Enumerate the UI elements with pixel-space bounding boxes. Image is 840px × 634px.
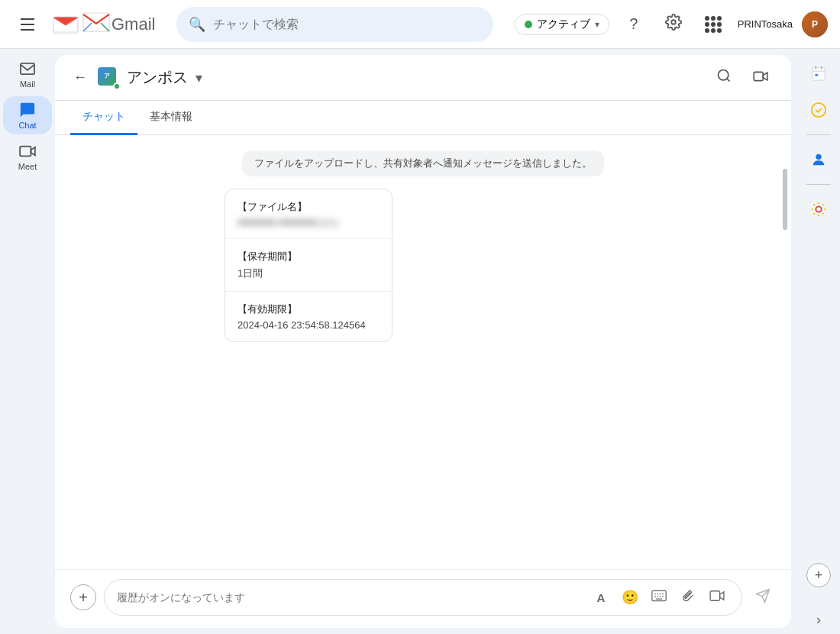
tasks-icon-btn[interactable] [803, 95, 834, 125]
apps-button[interactable] [698, 9, 729, 40]
svg-point-5 [719, 70, 729, 80]
expiry-section: 【有効期限】 2024-04-16 23:54:58.124564 [225, 292, 392, 341]
search-chat-button[interactable] [709, 63, 739, 93]
period-label: 【保存期間】 [237, 250, 380, 264]
chat-icon [18, 101, 37, 119]
keyboard-button[interactable] [647, 585, 671, 610]
input-area: + A 🙂 [55, 569, 791, 628]
contact-name: アンポス [127, 67, 188, 88]
period-value: 1日間 [237, 267, 380, 280]
tab-info[interactable]: 基本情報 [137, 101, 205, 135]
settings-button[interactable] [658, 9, 689, 40]
contact-chevron-icon[interactable]: ▾ [195, 70, 202, 86]
menu-button[interactable] [12, 9, 43, 40]
video-call-button[interactable] [745, 63, 776, 93]
contacts-icon-btn[interactable] [803, 144, 834, 175]
video-message-button[interactable] [705, 585, 729, 610]
sidebar-divider-2 [806, 184, 831, 185]
chat-header: ← ア アンポス ▾ [55, 55, 791, 101]
expiry-value: 2024-04-16 23:54:58.124564 [237, 319, 380, 331]
help-button[interactable]: ? [619, 9, 649, 40]
svg-point-12 [816, 154, 821, 160]
tabs: チャット 基本情報 [55, 101, 791, 135]
right-sidebar: + › [797, 49, 840, 634]
sidebar-chat-label: Chat [18, 121, 36, 130]
sidebar-meet-label: Meet [18, 162, 37, 171]
filename-section: 【ファイル名】 ■■■■■■■.■■■■■■■.jpeg [225, 189, 392, 239]
top-header: Gmail 🔍 アクティブ ▾ ? [0, 0, 840, 49]
m-logo [82, 12, 110, 36]
content-panel: ← ア アンポス ▾ [55, 55, 791, 628]
avatar[interactable]: P [802, 11, 828, 37]
keyboard-icon [651, 590, 667, 606]
expand-panel-button[interactable]: › [816, 612, 821, 628]
gear-icon [665, 14, 682, 34]
status-label: アクティブ [537, 18, 590, 31]
text-format-icon: A [597, 591, 606, 604]
main-area: Mail Chat Meet ← [0, 49, 840, 634]
message-input-box: A 🙂 [104, 579, 742, 616]
video-icon [753, 69, 768, 86]
status-badge[interactable]: アクティブ ▾ [515, 14, 609, 35]
video-msg-icon [709, 590, 725, 606]
account-label: PRINTosaka [738, 18, 793, 30]
svg-rect-10 [815, 74, 818, 76]
scrollbar-thumb[interactable] [783, 169, 787, 230]
send-icon [755, 588, 771, 607]
svg-point-13 [816, 206, 821, 212]
contact-logo-img: ア [98, 67, 116, 86]
back-button[interactable]: ← [70, 66, 90, 89]
gmail-text: Gmail [111, 15, 155, 34]
svg-point-11 [812, 103, 825, 117]
contact-online-dot [113, 82, 121, 90]
svg-point-2 [671, 20, 676, 24]
emoji-icon: 🙂 [622, 589, 638, 606]
add-attachment-button[interactable]: + [70, 584, 96, 610]
header-right: アクティブ ▾ ? PRINTosaka P [515, 9, 828, 40]
photos-icon-btn[interactable] [803, 194, 834, 225]
filename-label: 【ファイル名】 [237, 200, 380, 214]
system-message: ファイルをアップロードし、共有対象者へ通知メッセージを送信しました。 [86, 150, 761, 176]
tab-chat[interactable]: チャット [70, 101, 137, 135]
svg-rect-3 [21, 63, 34, 74]
format-text-button[interactable]: A [589, 585, 613, 610]
calendar-icon-btn[interactable] [803, 58, 834, 89]
plus-icon: + [815, 568, 823, 584]
svg-rect-6 [754, 72, 763, 80]
svg-rect-8 [710, 590, 719, 600]
send-button[interactable] [750, 584, 776, 610]
gmail-logo: Gmail [52, 11, 155, 38]
sidebar-item-mail[interactable]: Mail [3, 55, 52, 93]
help-icon: ? [629, 15, 638, 33]
search-icon [716, 68, 732, 87]
status-dot [525, 21, 532, 28]
left-sidebar: Mail Chat Meet [0, 49, 55, 634]
attach-icon [681, 588, 695, 607]
sidebar-item-chat[interactable]: Chat [3, 96, 52, 134]
svg-rect-9 [813, 68, 825, 81]
sidebar-item-meet[interactable]: Meet [3, 137, 52, 176]
emoji-button[interactable]: 🙂 [618, 585, 642, 610]
expiry-label: 【有効期限】 [237, 302, 380, 316]
search-input[interactable] [213, 18, 480, 31]
period-section: 【保存期間】 1日間 [225, 239, 392, 292]
input-actions: A 🙂 [589, 585, 729, 610]
chevron-down-icon: ▾ [595, 19, 599, 30]
attach-file-button[interactable] [676, 585, 700, 610]
filename-value: ■■■■■■■.■■■■■■■.jpeg [237, 217, 380, 228]
grid-icon [705, 16, 722, 33]
search-bar: 🔍 [176, 7, 493, 42]
search-icon: 🔍 [189, 16, 205, 33]
sidebar-divider [806, 134, 831, 135]
mail-icon [18, 60, 37, 78]
chat-body: ファイルをアップロードし、共有対象者へ通知メッセージを送信しました。 【ファイル… [55, 135, 791, 569]
svg-rect-4 [20, 147, 31, 157]
contact-logo: ア [98, 67, 119, 89]
add-app-button[interactable]: + [806, 563, 831, 587]
file-card: 【ファイル名】 ■■■■■■■.■■■■■■■.jpeg 【保存期間】 1日間 … [225, 189, 393, 342]
system-message-text: ファイルをアップロードし、共有対象者へ通知メッセージを送信しました。 [242, 150, 604, 176]
sidebar-mail-label: Mail [20, 79, 35, 89]
chat-header-actions [709, 63, 776, 93]
message-input[interactable] [117, 591, 583, 603]
meet-icon [18, 142, 37, 160]
